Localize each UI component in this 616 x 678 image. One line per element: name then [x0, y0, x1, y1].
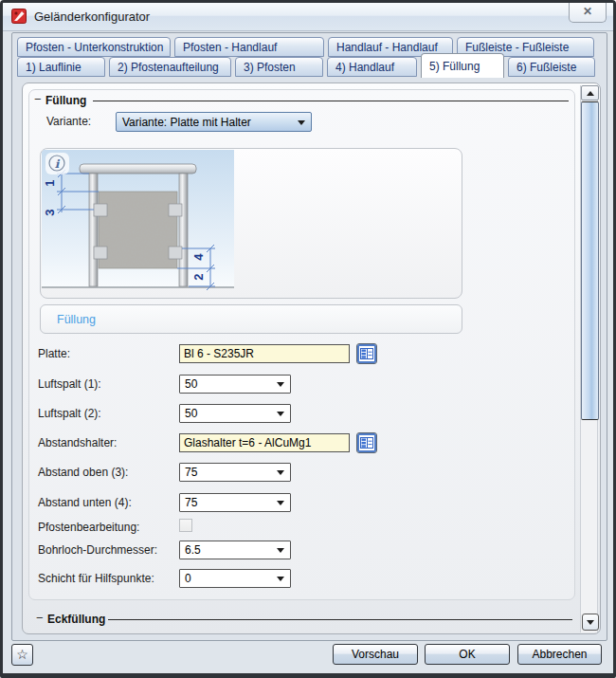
abstand-oben-3-value: 75	[185, 466, 197, 479]
platte-table-button[interactable]	[356, 343, 377, 364]
bohrloch-durchmesser-value: 6.5	[185, 543, 201, 557]
scroll-up-button[interactable]	[581, 85, 599, 101]
chevron-down-icon	[277, 548, 284, 553]
luftspalt-1-label: Luftspalt (1):	[38, 377, 101, 391]
scrollbar-thumb[interactable]	[581, 101, 599, 420]
post-right	[179, 174, 188, 286]
table-icon	[360, 437, 373, 449]
chevron-down-icon	[298, 120, 305, 125]
section-rule	[93, 101, 569, 101]
tab-step-4[interactable]: 4) Handlauf	[327, 57, 417, 77]
luftspalt-2-value: 50	[185, 407, 197, 420]
app-icon	[11, 9, 27, 24]
variante-label: Variante:	[46, 115, 91, 128]
pfostenbearbeitung-label: Pfostenbearbeitung:	[38, 521, 139, 534]
tab-step-5[interactable]: 5) Füllung	[421, 53, 504, 78]
abstandshalter-table-button[interactable]	[356, 432, 377, 453]
abstand-unten-4-dropdown[interactable]: 75	[179, 493, 291, 512]
post-left	[89, 174, 98, 286]
section-rule	[108, 619, 572, 620]
scroll-up-icon	[587, 91, 594, 96]
abstand-unten-4-value: 75	[185, 496, 197, 509]
tab-step-2[interactable]: 2) Pfostenaufteilung	[109, 57, 231, 77]
table-icon	[360, 348, 373, 359]
footer-bar: ☆ Vorschau OK Abbrechen	[3, 639, 613, 673]
scroll-down-icon	[587, 620, 594, 625]
preview-container: 1 3 4 2	[40, 148, 462, 299]
title-bar: Geländerkonfigurator ✕	[3, 3, 613, 31]
dim-label-4: 4	[191, 253, 206, 261]
tab-pfosten-handlauf[interactable]: Pfosten - Handlauf	[174, 37, 324, 57]
section-eckfuellung-title: Eckfüllung	[47, 613, 105, 626]
abbrechen-button[interactable]: Abbrechen	[517, 644, 602, 665]
variante-value: Variante: Platte mit Halter	[122, 116, 251, 129]
chevron-down-icon	[277, 382, 284, 387]
fuellung-panel: − Füllung Variante: Variante: Platte mit…	[22, 82, 601, 634]
schicht-hilfspunkte-dropdown[interactable]: 0	[179, 569, 291, 588]
tab-row-steps: 1) Lauflinie2) Pfostenaufteilung3) Pfost…	[17, 57, 602, 77]
variante-combobox[interactable]: Variante: Platte mit Halter	[116, 112, 312, 132]
ok-button[interactable]: OK	[425, 644, 510, 665]
chevron-down-icon	[277, 412, 284, 416]
dim-label-2: 2	[191, 273, 206, 280]
abstandshalter-label: Abstandshalter:	[38, 436, 117, 449]
infill-plate	[99, 192, 177, 268]
luftspalt-1-value: 50	[185, 377, 197, 391]
handrail	[80, 164, 196, 174]
railing-preview-image: 1 3 4 2	[42, 150, 234, 294]
luftspalt-2-dropdown[interactable]: 50	[179, 404, 291, 423]
schicht-hilfspunkte-value: 0	[185, 572, 191, 585]
window-title: Geländerkonfigurator	[34, 9, 150, 24]
section-eckfuellung-header: − Eckfüllung	[23, 613, 600, 628]
section-fuellung-title: Füllung	[45, 94, 86, 107]
tab-step-1[interactable]: 1) Lauflinie	[17, 57, 105, 77]
content-frame: Pfosten - UnterkonstruktionPfosten - Han…	[11, 32, 607, 641]
tab-step-6[interactable]: 6) Fußleiste	[508, 57, 595, 77]
platte-field[interactable]	[179, 344, 350, 363]
dialog-window: Geländerkonfigurator ✕ Pfosten - Unterko…	[0, 0, 616, 678]
preview-caption: Füllung	[57, 313, 96, 326]
dim-label-1: 1	[43, 179, 57, 186]
platte-label: Platte:	[38, 347, 70, 360]
chevron-down-icon	[277, 501, 284, 505]
abstand-oben-3-label: Abstand oben (3):	[38, 466, 128, 479]
close-button[interactable]: ✕	[569, 3, 607, 23]
tab-pfosten-unterkonstruktion[interactable]: Pfosten - Unterkonstruktion	[17, 37, 171, 57]
vertical-scrollbar[interactable]	[580, 85, 598, 632]
luftspalt-2-label: Luftspalt (2):	[38, 407, 101, 420]
vorschau-button[interactable]: Vorschau	[333, 644, 418, 665]
tab-step-3[interactable]: 3) Pfosten	[235, 57, 323, 77]
info-icon: i	[45, 153, 69, 174]
bohrloch-durchmesser-dropdown[interactable]: 6.5	[179, 541, 291, 559]
abstand-unten-4-label: Abstand unten (4):	[38, 496, 132, 509]
luftspalt-1-dropdown[interactable]: 50	[179, 375, 291, 394]
abstand-oben-3-dropdown[interactable]: 75	[179, 463, 291, 482]
favorite-button[interactable]: ☆	[11, 644, 33, 666]
pfostenbearbeitung-checkbox[interactable]	[179, 519, 192, 532]
tab-row-connections: Pfosten - UnterkonstruktionPfosten - Han…	[17, 37, 602, 57]
collapse-toggle-icon[interactable]: −	[36, 611, 44, 625]
chevron-down-icon	[277, 470, 284, 475]
dim-label-3: 3	[43, 209, 57, 215]
abstandshalter-field[interactable]	[179, 433, 350, 452]
preview-caption-box: Füllung	[40, 304, 462, 334]
schicht-hilfspunkte-label: Schicht für Hilfspunkte:	[38, 572, 154, 585]
chevron-down-icon	[277, 577, 284, 581]
scroll-down-button[interactable]	[582, 614, 599, 631]
collapse-toggle-icon[interactable]: −	[34, 92, 42, 106]
bohrloch-durchmesser-label: Bohrloch-Durchmesser:	[38, 543, 157, 557]
section-fuellung-header: − Füllung	[23, 94, 600, 109]
